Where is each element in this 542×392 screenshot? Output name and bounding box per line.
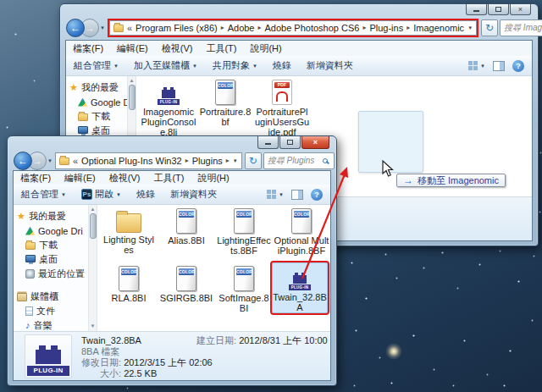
search-box[interactable]: 搜尋 Plugins bbox=[263, 152, 335, 169]
organize-button[interactable]: 組合管理▼ bbox=[21, 188, 66, 201]
new-folder-button[interactable]: 新增資料夾 bbox=[307, 59, 353, 72]
scrollbar-thumb[interactable] bbox=[129, 85, 136, 110]
menu-tools[interactable]: 工具(T) bbox=[153, 172, 184, 185]
share-with-button[interactable]: 共用對象▼ bbox=[213, 59, 257, 72]
preview-pane-button[interactable] bbox=[493, 61, 505, 71]
minimize-button[interactable] bbox=[466, 4, 487, 15]
menu-edit[interactable]: 編輯(E) bbox=[64, 172, 96, 185]
add-to-library-label: 加入至媒體櫃 bbox=[134, 59, 190, 72]
new-folder-button[interactable]: 新增資料夾 bbox=[170, 188, 217, 201]
scrollbar-thumb[interactable] bbox=[90, 213, 97, 239]
file-item-optional-multiplugin[interactable]: COLOR Optional MultiPlugin.8BF bbox=[274, 207, 329, 256]
maximize-button[interactable] bbox=[488, 4, 509, 15]
file-item-portraiture[interactable]: COLOR Portraiture.8bf bbox=[198, 78, 252, 127]
breadcrumb-item[interactable]: Plugins bbox=[192, 156, 223, 166]
refresh-button[interactable]: ↻ bbox=[481, 19, 498, 36]
details-pane: PLUG-IN Twain_32.8BA 8BA 檔案 修改日期: 2012/3… bbox=[14, 331, 330, 380]
menu-file[interactable]: 檔案(F) bbox=[20, 172, 51, 185]
sidebar-item-music[interactable]: ♪音樂 bbox=[14, 318, 88, 331]
photoshop-icon: Ps bbox=[81, 189, 92, 200]
back-button[interactable]: ← bbox=[14, 152, 32, 170]
breadcrumb-item[interactable]: Program Files (x86) bbox=[136, 23, 218, 33]
burn-button[interactable]: 燒錄 bbox=[136, 188, 155, 201]
maximize-button[interactable] bbox=[279, 136, 301, 149]
search-icon bbox=[323, 158, 328, 163]
breadcrumb-item[interactable]: Optional Plug-Ins Win32 bbox=[81, 156, 182, 166]
preview-pane-button[interactable] bbox=[291, 190, 303, 200]
menu-view[interactable]: 檢視(V) bbox=[162, 42, 193, 55]
created-value: 2012/8/31 上午 10:00 bbox=[239, 335, 328, 345]
breadcrumb-overflow[interactable]: « bbox=[127, 23, 132, 33]
menu-file[interactable]: 檔案(F) bbox=[73, 42, 103, 55]
sidebar-label: 下載 bbox=[39, 239, 58, 251]
breadcrumb-overflow[interactable]: « bbox=[73, 156, 78, 166]
minimize-icon bbox=[473, 10, 479, 12]
address-bar[interactable]: « Program Files (x86) ▸ Adobe ▸ Adobe Ph… bbox=[109, 20, 477, 36]
back-button[interactable]: ← bbox=[66, 19, 85, 37]
close-button[interactable]: × bbox=[301, 136, 329, 149]
sidebar-item-documents[interactable]: 文件 bbox=[14, 304, 88, 318]
file-item-sgirgb[interactable]: COLOR SGIRGB.8BI bbox=[158, 264, 214, 303]
burn-label: 燒錄 bbox=[136, 188, 155, 201]
views-button[interactable]: ▼ bbox=[468, 61, 485, 70]
breadcrumb-item[interactable]: Adobe Photoshop CS6 bbox=[265, 23, 360, 33]
move-to-label: 移動至 Imagenomic bbox=[418, 174, 499, 187]
sidebar-item-desktop[interactable]: 桌面 bbox=[14, 252, 88, 267]
organize-button[interactable]: 組合管理▼ bbox=[74, 59, 119, 72]
menu-edit[interactable]: 編輯(E) bbox=[117, 42, 148, 55]
details-right-column: 建立日期: 2012/8/31 上午 10:00 bbox=[196, 335, 328, 346]
menu-view[interactable]: 檢視(V) bbox=[109, 172, 141, 185]
window-body: 檔案(F) 編輯(E) 檢視(V) 工具(T) 說明(H) 組合管理▼ Ps開啟… bbox=[13, 170, 331, 381]
nav-history-dropdown[interactable]: ▼ bbox=[100, 25, 105, 30]
menu-tools[interactable]: 工具(T) bbox=[206, 42, 236, 55]
add-to-library-button[interactable]: 加入至媒體櫃▼ bbox=[134, 59, 197, 72]
breadcrumb-item[interactable]: Adobe bbox=[228, 23, 255, 33]
file-item-twain-selected[interactable]: PLUG-IN Twain_32.8BA bbox=[272, 262, 328, 313]
help-button[interactable]: ? bbox=[512, 60, 524, 72]
details-file-type: 8BA 檔案 bbox=[81, 346, 213, 357]
file-item-imagenomic-console[interactable]: PLUG-IN ImagenomicPluginConsole.8li bbox=[141, 78, 196, 137]
menu-help[interactable]: 說明(H) bbox=[250, 42, 281, 55]
menu-help[interactable]: 說明(H) bbox=[197, 172, 229, 185]
open-button[interactable]: Ps開啟▼ bbox=[81, 188, 121, 201]
scroll-up-icon[interactable]: ▲ bbox=[91, 206, 96, 213]
sidebar-item-google-drive[interactable]: Google Dri bbox=[66, 95, 127, 109]
move-to-tooltip: → 移動至 Imagenomic bbox=[396, 174, 506, 187]
sidebar-item-favorites[interactable]: ★我的最愛 bbox=[14, 209, 88, 224]
breadcrumb-separator: ▸ bbox=[185, 157, 189, 164]
sidebar-item-recent-places[interactable]: 最近的位置 bbox=[14, 267, 88, 281]
refresh-button[interactable]: ↻ bbox=[245, 152, 262, 169]
folder-file-icon bbox=[116, 213, 141, 233]
file-item-portraiture-guide[interactable]: PDF PortraiturePluginUsersGuide.pdf bbox=[254, 78, 310, 137]
file-item-rla[interactable]: COLOR RLA.8BI bbox=[101, 264, 157, 303]
address-bar[interactable]: « Optional Plug-Ins Win32 ▸ Plugins ▸ ▼ bbox=[55, 152, 242, 169]
views-button[interactable]: ▼ bbox=[267, 190, 284, 199]
scroll-down-icon[interactable]: ▼ bbox=[91, 323, 96, 330]
breadcrumb-item[interactable]: Imagenomic bbox=[413, 23, 464, 33]
address-dropdown-icon[interactable]: ▼ bbox=[233, 158, 238, 163]
help-button[interactable]: ? bbox=[311, 189, 323, 201]
file-item-lightingeffects[interactable]: COLOR LightingEffects.8BF bbox=[216, 207, 272, 256]
burn-button[interactable]: 燒錄 bbox=[273, 59, 291, 72]
views-grid-icon bbox=[468, 61, 473, 65]
details-file-name: Twain_32.8BA bbox=[81, 335, 213, 346]
close-button[interactable]: × bbox=[510, 4, 531, 15]
scroll-up-icon[interactable]: ▲ bbox=[130, 77, 135, 85]
file-item-lighting-styles[interactable]: Lighting Styles bbox=[101, 207, 157, 255]
sidebar-item-google-drive[interactable]: Google Dri bbox=[14, 224, 88, 238]
file-item-alias[interactable]: COLOR Alias.8BI bbox=[158, 207, 214, 246]
nav-history-dropdown[interactable]: ▼ bbox=[47, 158, 53, 163]
sidebar-item-libraries[interactable]: 媒體櫃 bbox=[14, 290, 88, 304]
sidebar-label: Google Dri bbox=[91, 97, 127, 108]
sidebar-item-favorites[interactable]: ★我的最愛 bbox=[66, 80, 127, 95]
sidebar-label: 媒體櫃 bbox=[30, 290, 58, 303]
file-item-softimage[interactable]: COLOR SoftImage.8BI bbox=[216, 264, 272, 313]
sidebar-scrollbar[interactable]: ▲ ▼ bbox=[88, 205, 97, 331]
sidebar-item-downloads[interactable]: 下載 bbox=[66, 109, 127, 124]
breadcrumb-item[interactable]: Plug-ins bbox=[369, 23, 403, 33]
open-label: 開啟 bbox=[95, 188, 113, 201]
minimize-button[interactable] bbox=[257, 136, 279, 149]
sidebar-item-downloads[interactable]: 下載 bbox=[14, 238, 88, 252]
search-box[interactable]: 搜尋 Imag... bbox=[500, 19, 542, 36]
address-dropdown-icon[interactable]: ▼ bbox=[467, 25, 473, 30]
